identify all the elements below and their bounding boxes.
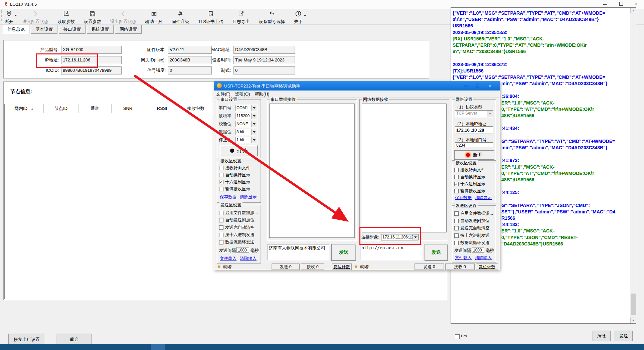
- node-column-通道[interactable]: 通道: [78, 104, 112, 113]
- chevron-down-icon[interactable]: [251, 121, 257, 127]
- checkbox[interactable]: [219, 166, 223, 170]
- serial-recv-area[interactable]: [269, 104, 355, 238]
- protocol-combo[interactable]: TCP Server: [455, 110, 493, 117]
- toolbar-item-toolbox[interactable]: 辅助工具: [145, 10, 163, 25]
- tab-接口设置[interactable]: 接口设置: [59, 25, 86, 34]
- gateway-field-value[interactable]: Tue May 9 19:12:34 2023: [233, 56, 295, 64]
- scroll-up-icon[interactable]: ▲: [630, 8, 636, 13]
- send-interval-input[interactable]: 1000: [236, 247, 249, 253]
- toolbar-item-certificate-upload[interactable]: TLS证书上传: [198, 10, 223, 25]
- net-reset-count-button[interactable]: 复位计数: [476, 264, 498, 270]
- scroll-down-icon[interactable]: ▼: [630, 318, 636, 323]
- checkbox[interactable]: [454, 219, 459, 223]
- toolbar-item-info[interactable]: 关于: [294, 10, 303, 25]
- serial-reset-count-button[interactable]: 复位计数: [332, 264, 352, 270]
- clear-input-link[interactable]: 清除输入: [475, 255, 492, 261]
- toolbar-item-log-export[interactable]: 日志导出: [232, 10, 250, 25]
- log-send-button[interactable]: 发送: [615, 331, 633, 341]
- usr-titlebar[interactable]: USR-TCP232-Test 串口转网络调试助手 ×: [214, 81, 500, 91]
- serial-1-combo[interactable]: 115200: [235, 113, 257, 119]
- net-disconnect-button[interactable]: 断开: [454, 150, 494, 160]
- menu-help[interactable]: 帮助(H): [255, 91, 269, 97]
- toolbar-item-label: 读取参数: [57, 19, 75, 25]
- node-column-网内ID[interactable]: 网内ID▲: [5, 104, 44, 113]
- checkbox[interactable]: [219, 173, 223, 177]
- gateway-field-value[interactable]: D4AD203C348B: [233, 46, 295, 54]
- checkbox[interactable]: [454, 211, 459, 216]
- save-data-link[interactable]: 保存数据: [455, 195, 472, 201]
- tab-系统设置[interactable]: 系统设置: [87, 25, 114, 34]
- chevron-down-icon[interactable]: [251, 129, 257, 135]
- checkbox-checked[interactable]: ✓: [219, 180, 223, 184]
- dropdown-caret-icon[interactable]: [304, 15, 306, 16]
- file-load-link[interactable]: 文件载入: [220, 256, 236, 261]
- checkbox[interactable]: [454, 168, 459, 172]
- clear-input-link[interactable]: 清除输入: [240, 256, 257, 261]
- tab-信息总览[interactable]: 信息总览: [3, 25, 29, 34]
- send-interval-input[interactable]: 1000: [472, 247, 484, 253]
- clear-display-link[interactable]: 清除显示: [240, 194, 257, 200]
- node-column-节点ID[interactable]: 节点ID: [44, 104, 78, 113]
- node-column-SNR[interactable]: SNR: [112, 104, 144, 113]
- usr-minimize-button[interactable]: [461, 82, 471, 89]
- toolbar-item-pin-disconnect[interactable]: 断开: [5, 10, 13, 25]
- reboot-button[interactable]: 重启: [56, 334, 92, 345]
- checkbox[interactable]: [454, 241, 459, 245]
- toolbar-item-save[interactable]: 设置参数: [84, 10, 101, 25]
- toolbar-item-back-arrow[interactable]: 设备型号选择: [259, 10, 285, 25]
- gateway-field-value[interactable]: XG-R1000: [61, 46, 122, 54]
- serial-send-button[interactable]: 发送: [331, 244, 356, 261]
- net-send-button[interactable]: 发送: [425, 244, 448, 261]
- scrollbar-thumb[interactable]: [631, 294, 636, 315]
- file-load-link[interactable]: 文件载入: [455, 255, 472, 261]
- chevron-down-icon[interactable]: [251, 105, 257, 111]
- app-icon: [3, 2, 8, 7]
- menu-options[interactable]: 选项(O): [235, 91, 250, 97]
- checkbox[interactable]: [219, 225, 223, 230]
- checkbox-row: 接收转向文件...: [219, 166, 254, 171]
- checkbox[interactable]: [454, 226, 459, 230]
- serial-2-combo[interactable]: NONE: [235, 121, 257, 127]
- toolbar-item-read-params[interactable]: 读取参数: [57, 10, 75, 25]
- hex-checkbox[interactable]: [455, 334, 460, 339]
- checkbox[interactable]: [219, 233, 223, 237]
- checkbox-checked[interactable]: ✓: [454, 182, 459, 186]
- log-clear-button[interactable]: 清除: [593, 331, 611, 341]
- serial-3-combo[interactable]: 8 bit: [235, 129, 257, 135]
- checkbox[interactable]: [219, 211, 223, 215]
- chevron-down-icon[interactable]: [251, 113, 257, 119]
- tab-网络设置[interactable]: 网络设置: [115, 25, 142, 34]
- serial-open-button[interactable]: 打开: [220, 145, 258, 156]
- serial-4-combo[interactable]: 1 bit: [235, 137, 257, 143]
- log-scrollbar[interactable]: ▲ ▼: [630, 8, 636, 323]
- checkbox[interactable]: [219, 218, 223, 222]
- toolbar-item-chevron-right[interactable]: 进入配置状态: [22, 10, 48, 25]
- toolbar-item-chevron-left[interactable]: 退出配置状态: [110, 10, 136, 25]
- local-ip-input[interactable]: 172.16 .10 .28: [455, 126, 493, 134]
- node-column-RSSI[interactable]: RSSI: [144, 104, 180, 113]
- checkbox[interactable]: [454, 233, 459, 238]
- node-column-接收包数[interactable]: 接收包数: [180, 104, 212, 113]
- checkbox[interactable]: [219, 187, 223, 191]
- checkbox-label: 十六进制显示: [460, 181, 485, 187]
- menu-file[interactable]: 文件(F): [216, 91, 230, 97]
- tab-基本设置[interactable]: 基本设置: [31, 25, 57, 34]
- checkbox[interactable]: [454, 189, 459, 193]
- dropdown-caret-icon[interactable]: [14, 15, 17, 16]
- chevron-down-icon[interactable]: [251, 137, 257, 143]
- clear-display-link[interactable]: 清除显示: [475, 195, 492, 201]
- net-send-input[interactable]: http://en.usr.cn: [360, 244, 422, 260]
- serial-send-input[interactable]: 济南有人物联网技术有限公司: [268, 244, 329, 260]
- net-recv-area[interactable]: [362, 104, 447, 232]
- usr-maximize-button[interactable]: [473, 82, 482, 89]
- local-port-input[interactable]: 8234: [455, 142, 493, 148]
- serial-0-combo[interactable]: COM1: [235, 105, 257, 111]
- checkbox[interactable]: [454, 175, 459, 179]
- log-line: 0\r\n","USER":"admin","PSW":"admin","MAC…: [453, 16, 629, 23]
- gateway-field-value[interactable]: 0: [233, 66, 295, 74]
- save-data-link[interactable]: 保存数据: [220, 194, 236, 200]
- usr-close-button[interactable]: ×: [485, 82, 495, 89]
- toolbar-item-rocket[interactable]: 固件升级: [172, 10, 189, 25]
- factory-reset-button[interactable]: 恢复出厂设置: [8, 334, 45, 345]
- checkbox[interactable]: [219, 240, 223, 244]
